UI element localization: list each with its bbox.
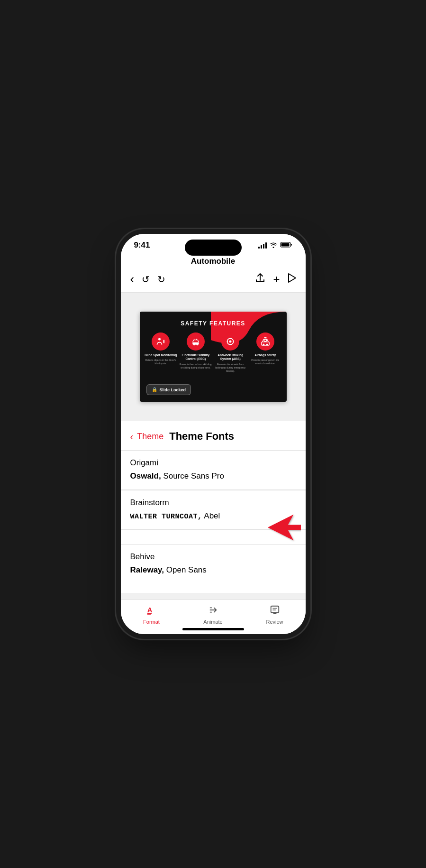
- font-heading-origami: Oswald,: [130, 471, 161, 480]
- slide-locked-badge[interactable]: 🔒 Slide Locked: [146, 384, 191, 395]
- svg-rect-19: [271, 606, 279, 613]
- font-theme-name-behive: Behive: [130, 552, 296, 562]
- font-theme-name-brainstorm: Brainstorm: [130, 498, 296, 508]
- red-arrow-indicator: [268, 513, 301, 544]
- blind-spot-name: Blind Spot Monitoring: [145, 353, 177, 357]
- blind-spot-desc: Detects objects in the driver's blind sp…: [145, 359, 177, 365]
- font-item-origami[interactable]: Origami Oswald, Source Sans Pro: [121, 451, 306, 490]
- svg-point-7: [193, 344, 195, 345]
- signal-bars-icon: [258, 242, 267, 249]
- battery-icon: [280, 241, 292, 249]
- theme-back-label[interactable]: Theme: [137, 432, 163, 442]
- undo-button[interactable]: ↺: [142, 274, 150, 285]
- abs-name: Anti-lock Braking System (ABS): [214, 353, 246, 361]
- abs-icon-circle: [221, 332, 239, 351]
- back-chevron-icon[interactable]: ‹: [130, 431, 134, 442]
- tab-review[interactable]: Review: [244, 605, 306, 625]
- wifi-icon: [270, 241, 277, 249]
- add-button[interactable]: +: [273, 273, 280, 286]
- svg-point-12: [263, 344, 264, 346]
- slide-title: SAFETY FEATURES: [140, 320, 287, 327]
- slide-preview-area: SAFETY FEATURES: [121, 293, 306, 421]
- slide-feature-esc: Electronic Stability Control (ESC) Preve…: [180, 332, 212, 373]
- slide-feature-blind-spot: Blind Spot Monitoring Detects objects in…: [145, 332, 177, 373]
- nav-bar: Automobile ‹ ↺ ↻ +: [121, 253, 306, 292]
- airbags-name: Airbags safety: [254, 353, 276, 357]
- tab-format-label: Format: [143, 619, 160, 625]
- bottom-spacer: [121, 583, 306, 593]
- lock-icon: 🔒: [152, 387, 157, 392]
- abs-desc: Prevents the wheels from locking up duri…: [214, 363, 246, 373]
- slide-card[interactable]: SAFETY FEATURES: [140, 312, 287, 402]
- theme-header: ‹ Theme Theme Fonts: [121, 421, 306, 450]
- font-heading-brainstorm: Walter Turncoat,: [130, 513, 202, 521]
- home-indicator: [182, 628, 244, 630]
- theme-fonts-title: Theme Fonts: [169, 430, 234, 443]
- dynamic-island: [185, 240, 242, 256]
- font-item-behive[interactable]: Behive Raleway, Open Sans: [121, 545, 306, 583]
- redo-button[interactable]: ↻: [157, 274, 165, 285]
- slide-feature-abs: Anti-lock Braking System (ABS) Prevents …: [214, 332, 246, 373]
- font-pair-origami: Oswald, Source Sans Pro: [130, 471, 296, 481]
- svg-text:A: A: [147, 606, 152, 614]
- nav-left: ‹ ↺ ↻: [130, 272, 166, 286]
- phone-frame: 9:41: [121, 234, 306, 634]
- blind-spot-icon-circle: [152, 332, 170, 351]
- svg-point-13: [266, 344, 268, 346]
- svg-point-10: [229, 341, 232, 343]
- tab-animate[interactable]: Animate: [182, 605, 244, 625]
- scroll-content[interactable]: SAFETY FEATURES: [121, 293, 306, 600]
- esc-name: Electronic Stability Control (ESC): [180, 353, 212, 361]
- status-time: 9:41: [134, 240, 150, 250]
- esc-icon-circle: [187, 332, 205, 351]
- tab-animate-label: Animate: [203, 619, 222, 625]
- tab-review-label: Review: [266, 619, 283, 625]
- airbags-icon-circle: [256, 332, 274, 351]
- back-button[interactable]: ‹: [130, 272, 135, 286]
- play-button[interactable]: [288, 273, 296, 286]
- esc-desc: Prevents the car from skidding or slidin…: [180, 363, 212, 369]
- font-heading-behive: Raleway,: [130, 565, 164, 574]
- font-body-brainstorm: Abel: [204, 511, 220, 520]
- slide-features: Blind Spot Monitoring Detects objects in…: [140, 327, 287, 373]
- animate-tab-icon: [208, 605, 218, 618]
- airbags-desc: Protects passengers in the event of a co…: [249, 359, 281, 365]
- status-icons: [258, 241, 292, 249]
- svg-rect-11: [262, 342, 269, 345]
- svg-rect-1: [281, 243, 289, 246]
- nav-right: +: [255, 273, 296, 286]
- format-tab-icon: A: [146, 605, 157, 618]
- page-title: Automobile: [121, 257, 306, 270]
- svg-marker-15: [268, 515, 301, 540]
- font-pair-behive: Raleway, Open Sans: [130, 565, 296, 575]
- font-body-behive: Open Sans: [166, 565, 207, 574]
- theme-content: ‹ Theme Theme Fonts Origami Oswald, Sour…: [121, 421, 306, 593]
- svg-point-2: [158, 338, 161, 341]
- slide-locked-text: Slide Locked: [160, 388, 186, 392]
- font-body-origami: Source Sans Pro: [163, 471, 224, 480]
- svg-point-8: [196, 344, 198, 345]
- slide-feature-airbags: Airbags safety Protects passengers in th…: [249, 332, 281, 373]
- share-button[interactable]: [255, 273, 265, 286]
- tab-format[interactable]: A Format: [121, 605, 182, 625]
- font-item-brainstorm[interactable]: Brainstorm Walter Turncoat, Abel: [121, 490, 306, 530]
- font-theme-name-origami: Origami: [130, 458, 296, 468]
- review-tab-icon: [270, 605, 280, 618]
- nav-controls: ‹ ↺ ↻ +: [121, 270, 306, 290]
